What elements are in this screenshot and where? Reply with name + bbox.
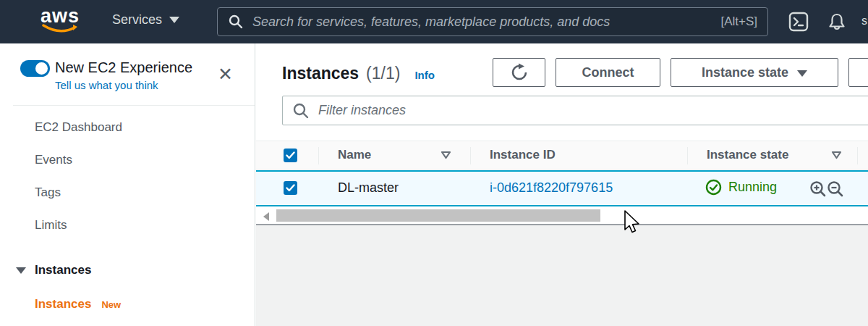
- connect-button[interactable]: Connect: [556, 58, 660, 87]
- search-shortcut-hint: [Alt+S]: [720, 14, 757, 29]
- sidebar-item-limits[interactable]: Limits: [35, 218, 67, 233]
- instance-state-dropdown[interactable]: Instance state: [671, 58, 838, 87]
- column-header-instance-state[interactable]: Instance state: [707, 148, 788, 162]
- running-check-icon: [705, 179, 722, 196]
- instance-state-label: Instance state: [702, 65, 788, 80]
- refresh-icon: [510, 63, 529, 82]
- sidebar-divider: [13, 105, 255, 106]
- connect-label: Connect: [582, 65, 634, 80]
- section-collapse-icon: [16, 267, 26, 274]
- scrollbar-thumb[interactable]: [276, 209, 600, 222]
- sidebar-item-ec2-dashboard[interactable]: EC2 Dashboard: [35, 120, 122, 135]
- services-menu[interactable]: Services: [112, 12, 179, 28]
- page-header: Instances (1/1) Info: [282, 64, 435, 83]
- column-divider: [687, 147, 688, 164]
- select-all-checkbox[interactable]: [284, 149, 297, 162]
- search-icon: [228, 14, 244, 30]
- instance-state-cell: Running: [705, 179, 777, 196]
- column-divider: [857, 147, 858, 164]
- instance-state-value: Running: [728, 180, 777, 195]
- aws-logo-text: aws: [40, 6, 80, 26]
- column-header-instance-id[interactable]: Instance ID: [490, 148, 556, 162]
- table-row[interactable]: DL-master i-0d621f8220f797615 Running: [256, 170, 868, 206]
- refresh-button[interactable]: [493, 58, 545, 87]
- notifications-bell-icon[interactable]: [826, 12, 848, 36]
- sidebar-item-instances-active[interactable]: Instances New: [35, 297, 121, 312]
- instance-id-link[interactable]: i-0d621f8220f797615: [490, 180, 613, 196]
- check-icon: [286, 184, 295, 192]
- content-background: [256, 225, 868, 326]
- check-icon: [286, 151, 295, 159]
- services-label: Services: [112, 12, 162, 28]
- page-title: Instances: [282, 64, 359, 83]
- global-search-input[interactable]: [252, 14, 712, 30]
- chevron-down-icon: [797, 70, 807, 77]
- sidebar-item-tags[interactable]: Tags: [35, 185, 61, 200]
- main-content: Instances (1/1) Info Connect Instance st…: [256, 43, 868, 326]
- filter-instances-input[interactable]: [318, 103, 868, 118]
- sort-icon-name[interactable]: [441, 151, 451, 159]
- chevron-down-icon: [169, 17, 179, 23]
- row-checkbox[interactable]: [284, 181, 297, 195]
- search-icon: [292, 102, 310, 120]
- info-link[interactable]: Info: [414, 69, 435, 81]
- sort-icon-instance-state[interactable]: [831, 151, 842, 159]
- zoom-in-icon[interactable]: [809, 180, 827, 198]
- column-divider: [470, 147, 471, 164]
- instance-count: (1/1): [366, 64, 400, 83]
- toggle-knob: [35, 62, 48, 75]
- instance-name-cell: DL-master: [338, 180, 399, 196]
- column-divider: [318, 147, 319, 164]
- sidebar: New EC2 Experience Tell us what you thin…: [0, 43, 255, 326]
- feedback-link[interactable]: Tell us what you think: [55, 79, 158, 91]
- new-experience-title: New EC2 Experience: [55, 59, 192, 76]
- global-search-box[interactable]: [Alt+S]: [217, 7, 768, 36]
- scroll-left-arrow-icon[interactable]: [263, 212, 269, 221]
- horizontal-scrollbar[interactable]: [256, 209, 868, 222]
- table-header: Name Instance ID Instance state: [256, 141, 868, 170]
- zoom-out-icon[interactable]: [826, 180, 845, 198]
- actions-button-partial[interactable]: [848, 58, 868, 87]
- cloudshell-icon[interactable]: [788, 12, 809, 35]
- sidebar-item-events[interactable]: Events: [35, 153, 72, 167]
- column-header-name[interactable]: Name: [338, 148, 371, 162]
- new-experience-toggle[interactable]: [20, 60, 50, 77]
- top-navigation-bar: aws Services [Alt+S] s: [0, 0, 868, 43]
- close-icon[interactable]: ✕: [218, 65, 233, 83]
- sidebar-section-instances[interactable]: Instances: [16, 263, 91, 277]
- new-badge: New: [101, 299, 121, 310]
- aws-logo[interactable]: aws: [40, 6, 80, 35]
- filter-value-icons: [809, 180, 845, 198]
- section-label: Instances: [35, 263, 91, 277]
- active-item-label: Instances: [35, 297, 91, 312]
- filter-instances-box[interactable]: [282, 96, 868, 125]
- topbar-edge-text: s: [861, 14, 867, 28]
